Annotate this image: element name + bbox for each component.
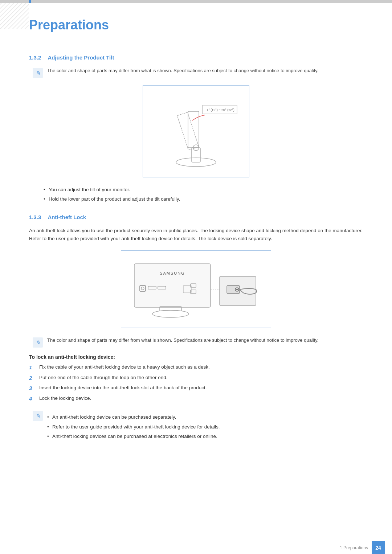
- diagonal-pattern: [0, 0, 29, 29]
- tilt-diagram-svg: -1° (±2°) ~ 20° (±2°): [149, 91, 243, 171]
- antitheft-diagram-svg: SAMSUNG: [127, 257, 265, 322]
- svg-point-18: [152, 310, 189, 317]
- bullet-item: Hold the lower part of the product and a…: [44, 196, 363, 203]
- lock-step-1: 1 Fix the cable of your anti-theft locki…: [29, 364, 363, 372]
- tilt-diagram-box: -1° (±2°) ~ 20° (±2°): [143, 85, 249, 177]
- svg-text:SAMSUNG: SAMSUNG: [160, 271, 185, 275]
- footer-page-number: 24: [372, 541, 385, 554]
- svg-text:✎: ✎: [36, 70, 40, 76]
- svg-rect-1: [0, 0, 29, 29]
- step-text-3: Insert the locking device into the anti-…: [39, 384, 207, 391]
- footer-text: 1 Preparations: [340, 545, 368, 550]
- step-text-2: Put one end of the cable through the loo…: [39, 374, 168, 381]
- svg-text:✎: ✎: [36, 340, 40, 346]
- antitheft-diagram-container: SAMSUNG: [29, 250, 363, 328]
- section-132-bullets: You can adjust the tilt of your monitor.…: [44, 186, 363, 203]
- section-133-header: 1.3.3 Anti-theft Lock: [29, 214, 363, 220]
- section-133-note-box-2: ✎ An anti-theft locking device can be pu…: [33, 410, 363, 453]
- svg-rect-11: [134, 264, 211, 307]
- note-icon-133: ✎: [33, 337, 43, 348]
- blue-accent: [29, 0, 31, 3]
- section-133-description: An anti-theft lock allows you to use the…: [29, 227, 363, 243]
- section-133-bullets: An anti-theft locking device can be purc…: [47, 414, 220, 442]
- step-number-2: 2: [29, 374, 35, 382]
- section-133-note-text: The color and shape of parts may differ …: [47, 337, 318, 344]
- section-133: 1.3.3 Anti-theft Lock An anti-theft lock…: [29, 214, 363, 454]
- page-title: Preparations: [29, 17, 363, 33]
- section-133-title: Anti-theft Lock: [48, 214, 86, 220]
- section-132-note-text: The color and shape of parts may differ …: [47, 67, 318, 75]
- section-132-number: 1.3.2: [29, 54, 41, 61]
- tilt-diagram-container: -1° (±2°) ~ 20° (±2°): [29, 85, 363, 177]
- step-number-3: 3: [29, 384, 35, 393]
- svg-text:✎: ✎: [36, 413, 40, 419]
- step-text-1: Fix the cable of your anti-theft locking…: [39, 364, 210, 371]
- bullet-item: An anti-theft locking device can be purc…: [47, 414, 220, 421]
- lock-step-3: 3 Insert the locking device into the ant…: [29, 384, 363, 393]
- section-133-number: 1.3.3: [29, 214, 41, 220]
- section-132-title: Adjusting the Product Tilt: [48, 54, 114, 61]
- bullet-item: Anti-theft locking devices can be purcha…: [47, 433, 220, 440]
- svg-text:-1° (±2°) ~ 20° (±2°): -1° (±2°) ~ 20° (±2°): [205, 108, 234, 112]
- content-area: Preparations 1.3.2 Adjusting the Product…: [0, 3, 392, 482]
- lock-instructions-title: To lock an anti-theft locking device:: [29, 354, 363, 360]
- bullet-item: You can adjust the tilt of your monitor.: [44, 186, 363, 193]
- page-wrapper: Preparations 1.3.2 Adjusting the Product…: [0, 0, 392, 554]
- top-bar: [0, 0, 392, 3]
- note-icon-133-2: ✎: [33, 411, 43, 421]
- lock-steps-list: 1 Fix the cable of your anti-theft locki…: [29, 364, 363, 403]
- svg-point-24: [236, 289, 238, 290]
- lock-step-2: 2 Put one end of the cable through the l…: [29, 374, 363, 382]
- footer: 1 Preparations 24: [0, 541, 392, 554]
- section-132-header: 1.3.2 Adjusting the Product Tilt: [29, 54, 363, 61]
- bullet-item: Refer to the user guide provided with yo…: [47, 423, 220, 431]
- svg-rect-7: [188, 111, 199, 148]
- step-number-1: 1: [29, 364, 35, 372]
- antitheft-diagram-box: SAMSUNG: [121, 250, 271, 328]
- section-133-note-box: ✎ The color and shape of parts may diffe…: [33, 337, 363, 348]
- section-132-note-box: ✎ The color and shape of parts may diffe…: [33, 67, 363, 78]
- step-number-4: 4: [29, 395, 35, 403]
- note-icon-132: ✎: [33, 68, 43, 78]
- lock-step-4: 4 Lock the locking device.: [29, 395, 363, 403]
- svg-rect-5: [192, 148, 200, 162]
- section-132: 1.3.2 Adjusting the Product Tilt ✎ The c…: [29, 54, 363, 203]
- step-text-4: Lock the locking device.: [39, 395, 91, 402]
